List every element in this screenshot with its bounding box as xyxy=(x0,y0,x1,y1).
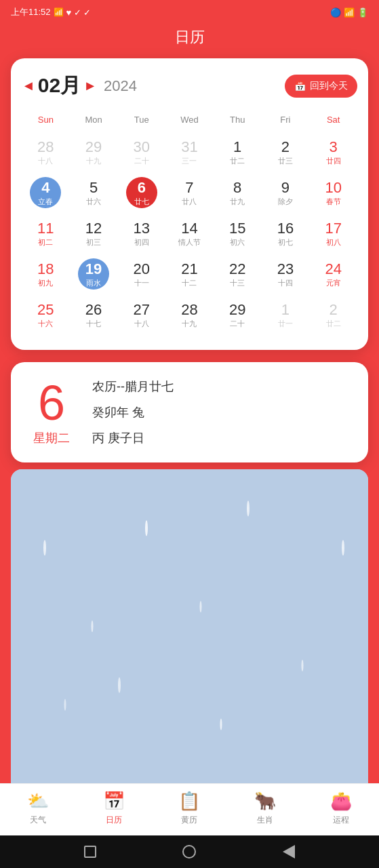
detail-right: 农历--腊月廿七癸卯年 兔丙 庚子日 xyxy=(92,378,174,446)
calendar-day[interactable]: 17 初八 xyxy=(309,214,357,252)
back-today-button[interactable]: 📅 回到今天 xyxy=(285,75,357,98)
calendar-day[interactable]: 25 十六 xyxy=(22,296,70,334)
status-right: 🔵 📶 🔋 xyxy=(330,7,368,18)
detail-weekday: 星期二 xyxy=(33,430,70,446)
nav-icon-生肖: 🐂 xyxy=(254,791,276,812)
detail-day-number: 6 xyxy=(38,378,65,427)
svg-rect-0 xyxy=(11,469,368,783)
wifi-icon: 📶 xyxy=(344,7,355,18)
status-time: 上午11:52 xyxy=(11,6,51,18)
android-nav-bar xyxy=(0,835,379,868)
month-nav: ◄ 02月 ► 2024 📅 回到今天 xyxy=(22,72,357,100)
month-label: 02月 xyxy=(38,72,81,100)
prev-month-button[interactable]: ◄ xyxy=(22,78,35,94)
svg-point-1 xyxy=(43,540,46,555)
calendar-day[interactable]: 2 廿二 xyxy=(309,296,357,334)
dow-sat: Sat xyxy=(309,112,357,127)
calendar-day[interactable]: 10 春节 xyxy=(309,174,357,212)
calendar-day[interactable]: 23 十四 xyxy=(262,255,310,293)
back-today-label: 回到今天 xyxy=(310,80,348,92)
status-left: 上午11:52 📶 ♥ ✓ ✓ xyxy=(11,6,92,18)
svg-point-8 xyxy=(64,699,66,711)
nav-label-天气: 天气 xyxy=(30,814,46,826)
svg-point-5 xyxy=(247,500,250,516)
calendar-day[interactable]: 3 廿四 xyxy=(309,133,357,171)
nav-item-生肖[interactable]: 🐂 生肖 xyxy=(245,791,285,826)
dow-fri: Fri xyxy=(262,112,310,127)
nav-label-日历: 日历 xyxy=(106,814,122,826)
nav-item-黄历[interactable]: 📋 黄历 xyxy=(169,791,210,826)
detail-card: 6 星期二 农历--腊月廿七癸卯年 兔丙 庚子日 xyxy=(11,362,368,462)
dow-sun: Sun xyxy=(22,112,70,127)
month-nav-left: ◄ 02月 ► 2024 xyxy=(22,72,137,100)
android-home-button[interactable] xyxy=(181,844,197,860)
calendar-day[interactable]: 20 十一 xyxy=(117,255,165,293)
nav-item-运程[interactable]: 👛 运程 xyxy=(321,791,361,826)
dow-tue: Tue xyxy=(117,112,165,127)
day-of-week-row: Sun Mon Tue Wed Thu Fri Sat xyxy=(22,112,357,127)
nav-item-日历[interactable]: 📅 日历 xyxy=(94,791,134,826)
nav-label-黄历: 黄历 xyxy=(181,814,197,826)
android-recent-button[interactable] xyxy=(82,844,98,860)
svg-point-4 xyxy=(200,601,202,612)
calendar-grid: 28 十八 29 十九 30 二十 31 三一 1 廿二 xyxy=(22,133,357,334)
calendar-day[interactable]: 26 十七 xyxy=(70,296,118,334)
bottom-nav: ⛅ 天气 📅 日历 📋 黄历 🐂 生肖 👛 运程 xyxy=(0,783,379,835)
calendar-day[interactable]: 5 廿六 xyxy=(70,174,118,212)
calendar-day[interactable]: 13 初四 xyxy=(117,214,165,252)
status-bar: 上午11:52 📶 ♥ ✓ ✓ 🔵 📶 🔋 xyxy=(0,0,379,24)
calendar-day[interactable]: 14 情人节 xyxy=(165,214,214,252)
calendar-day[interactable]: 8 廿九 xyxy=(214,174,262,212)
dow-mon: Mon xyxy=(70,112,118,127)
calendar-day[interactable]: 2 廿三 xyxy=(262,133,310,171)
calendar-card: ◄ 02月 ► 2024 📅 回到今天 Sun Mon Tue Wed Thu … xyxy=(11,58,368,350)
nav-label-运程: 运程 xyxy=(333,814,349,826)
calendar-day[interactable]: 19 雨水 xyxy=(70,255,118,293)
year-label: 2024 xyxy=(104,77,137,95)
calendar-day[interactable]: 15 初六 xyxy=(214,214,262,252)
status-icons: ♥ ✓ ✓ xyxy=(66,7,92,18)
calendar-day[interactable]: 7 廿八 xyxy=(165,174,214,212)
svg-point-2 xyxy=(92,620,94,632)
calendar-day[interactable]: 28 十八 xyxy=(22,133,70,171)
svg-point-6 xyxy=(302,660,304,671)
calendar-day[interactable]: 24 元宵 xyxy=(309,255,357,293)
calendar-day[interactable]: 16 初七 xyxy=(262,214,310,252)
battery-icon: 🔋 xyxy=(357,7,368,18)
svg-point-3 xyxy=(145,520,148,536)
nav-item-天气[interactable]: ⛅ 天气 xyxy=(18,791,58,826)
calendar-day[interactable]: 28 十九 xyxy=(165,296,214,334)
calendar-day[interactable]: 21 十二 xyxy=(165,255,214,293)
calendar-day[interactable]: 18 初九 xyxy=(22,255,70,293)
bluetooth-icon: 🔵 xyxy=(330,7,341,18)
calendar-day[interactable]: 27 十八 xyxy=(117,296,165,334)
dow-wed: Wed xyxy=(165,112,214,127)
app-title: 日历 xyxy=(0,24,379,58)
calendar-day[interactable]: 30 二十 xyxy=(117,133,165,171)
calendar-day[interactable]: 29 二十 xyxy=(214,296,262,334)
nav-label-生肖: 生肖 xyxy=(257,814,273,826)
android-back-button[interactable] xyxy=(281,844,297,860)
detail-line-2: 丙 庚子日 xyxy=(92,430,174,446)
calendar-day[interactable]: 31 三一 xyxy=(165,133,214,171)
svg-point-7 xyxy=(342,540,344,555)
svg-point-9 xyxy=(118,677,121,693)
nav-icon-天气: ⛅ xyxy=(27,791,49,812)
detail-left: 6 星期二 xyxy=(24,378,79,446)
calendar-day[interactable]: 6 廿七 xyxy=(117,174,165,212)
nav-icon-日历: 📅 xyxy=(103,791,125,812)
calendar-day[interactable]: 1 廿二 xyxy=(214,133,262,171)
next-month-button[interactable]: ► xyxy=(83,78,97,94)
detail-line-1: 癸卯年 兔 xyxy=(92,404,174,420)
nav-icon-黄历: 📋 xyxy=(178,791,200,812)
dow-thu: Thu xyxy=(214,112,262,127)
calendar-day[interactable]: 12 初三 xyxy=(70,214,118,252)
snow-area xyxy=(11,469,368,783)
calendar-day[interactable]: 11 初二 xyxy=(22,214,70,252)
calendar-day[interactable]: 9 除夕 xyxy=(262,174,310,212)
calendar-day[interactable]: 4 立春 xyxy=(22,174,70,212)
nav-icon-运程: 👛 xyxy=(330,791,352,812)
calendar-day[interactable]: 29 十九 xyxy=(70,133,118,171)
calendar-day[interactable]: 22 十三 xyxy=(214,255,262,293)
calendar-day[interactable]: 1 廿一 xyxy=(262,296,310,334)
